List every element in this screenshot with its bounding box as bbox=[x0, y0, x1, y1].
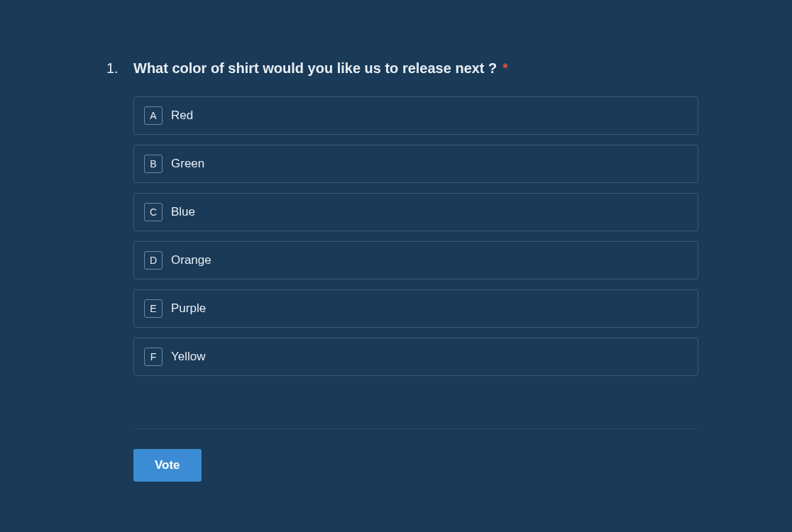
question-text: What color of shirt would you like us to… bbox=[133, 58, 508, 78]
option-yellow[interactable]: F Yellow bbox=[133, 338, 698, 376]
option-purple[interactable]: E Purple bbox=[133, 289, 698, 328]
option-key: C bbox=[144, 203, 163, 221]
option-key: D bbox=[144, 251, 163, 270]
option-label: Yellow bbox=[171, 350, 206, 364]
question-number: 1. bbox=[106, 58, 121, 78]
option-label: Red bbox=[171, 109, 193, 123]
option-key: A bbox=[144, 106, 163, 125]
option-key: B bbox=[144, 155, 163, 173]
option-label: Blue bbox=[171, 205, 195, 219]
question-text-content: What color of shirt would you like us to… bbox=[133, 60, 497, 76]
option-label: Green bbox=[171, 157, 204, 171]
option-green[interactable]: B Green bbox=[133, 145, 698, 183]
option-key: F bbox=[144, 348, 163, 366]
action-row: Vote bbox=[133, 449, 698, 482]
option-label: Purple bbox=[171, 301, 206, 316]
option-label: Orange bbox=[171, 253, 211, 267]
options-list: A Red B Green C Blue D Orange E Purple F… bbox=[133, 96, 698, 376]
question-header: 1. What color of shirt would you like us… bbox=[106, 58, 698, 78]
vote-button[interactable]: Vote bbox=[133, 449, 202, 482]
option-orange[interactable]: D Orange bbox=[133, 241, 698, 279]
required-asterisk: * bbox=[502, 60, 508, 76]
option-blue[interactable]: C Blue bbox=[133, 193, 698, 231]
option-key: E bbox=[144, 299, 163, 318]
option-red[interactable]: A Red bbox=[133, 96, 698, 135]
divider bbox=[133, 428, 698, 429]
